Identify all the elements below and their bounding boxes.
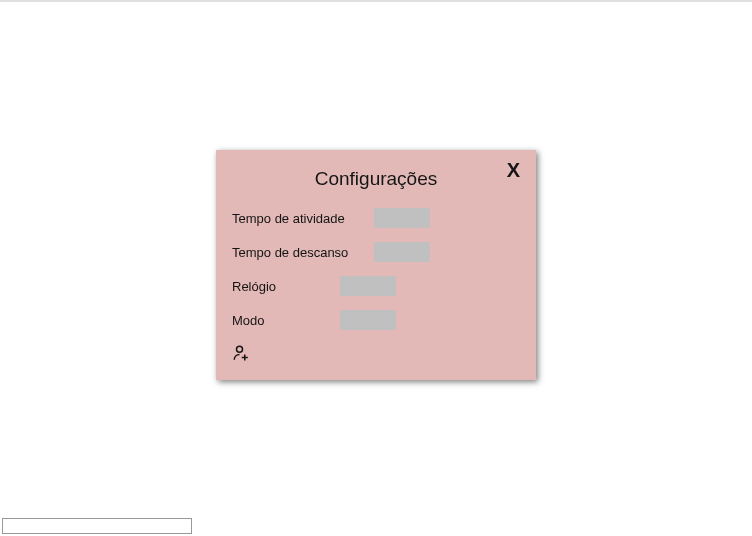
- field-row-mode: Modo: [232, 310, 520, 330]
- rest-time-label: Tempo de descanso: [232, 245, 374, 260]
- clock-label: Relógio: [232, 279, 340, 294]
- add-user-icon: [232, 344, 250, 362]
- modal-header: Configurações X: [232, 162, 520, 190]
- modal-title: Configurações: [315, 168, 438, 190]
- bottom-text-input[interactable]: [2, 518, 192, 534]
- mode-input[interactable]: [340, 310, 396, 330]
- field-row-rest-time: Tempo de descanso: [232, 242, 520, 262]
- rest-time-input[interactable]: [374, 242, 430, 262]
- activity-time-label: Tempo de atividade: [232, 211, 374, 226]
- activity-time-input[interactable]: [374, 208, 430, 228]
- mode-label: Modo: [232, 313, 340, 328]
- svg-point-0: [237, 346, 243, 352]
- add-user-button[interactable]: [232, 344, 252, 364]
- clock-input[interactable]: [340, 276, 396, 296]
- field-row-clock: Relógio: [232, 276, 520, 296]
- settings-modal: Configurações X Tempo de atividade Tempo…: [216, 150, 536, 380]
- close-button[interactable]: X: [507, 160, 520, 180]
- field-row-activity-time: Tempo de atividade: [232, 208, 520, 228]
